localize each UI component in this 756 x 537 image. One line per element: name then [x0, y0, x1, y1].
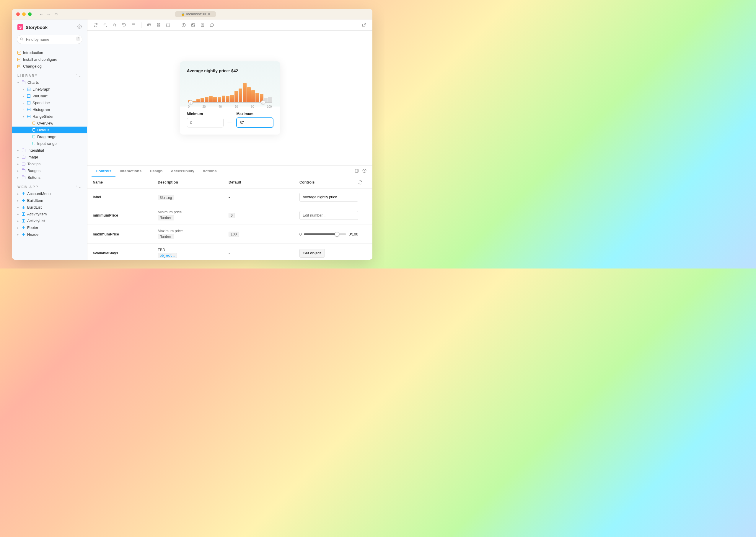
sidebar-item-label: Drag range [37, 135, 56, 139]
tab-accessibility[interactable]: Accessibility [166, 166, 199, 177]
sidebar-item-rangeslider[interactable]: ▾RangeSlider [12, 113, 87, 120]
sidebar-item-buildlist[interactable]: ▸BuildList [12, 204, 87, 211]
svg-rect-16 [159, 23, 160, 24]
svg-rect-15 [157, 23, 158, 24]
url-text: localhost:3010 [186, 12, 210, 16]
slider-handle-max[interactable]: || [261, 100, 265, 104]
control-row-availableStays: availableStays TBDobject⌄ - Set object [87, 244, 373, 260]
comment-icon[interactable] [208, 21, 216, 29]
control-slider[interactable] [304, 233, 346, 235]
panel-orientation-icon[interactable] [353, 167, 361, 176]
slider-min-label: 0 [299, 232, 301, 236]
section-header-webapp[interactable]: WEB APP⌃⌄ [12, 181, 87, 190]
search-input[interactable] [17, 35, 82, 44]
slider-track[interactable]: || || [188, 102, 272, 103]
sidebar-item-header[interactable]: ▸Header [12, 231, 87, 238]
tab-controls[interactable]: Controls [92, 166, 115, 177]
sidebar-item-builditem[interactable]: ▸BuildItem [12, 197, 87, 204]
sync-icon[interactable] [92, 21, 100, 29]
close-panel-icon[interactable] [361, 167, 368, 176]
folder-icon [22, 149, 25, 152]
image-icon[interactable] [189, 21, 197, 29]
addon-tabs: ControlsInteractionsDesignAccessibilityA… [87, 166, 373, 177]
component-icon [22, 219, 25, 223]
back-icon[interactable]: ← [39, 12, 43, 16]
sidebar-item-histogram[interactable]: ▸Histogram [12, 106, 87, 113]
sidebar-nav: IntroductionInstall and configureChangel… [12, 48, 87, 260]
sidebar-item-image[interactable]: ▸Image [12, 154, 87, 160]
sidebar-item-overview[interactable]: Overview [12, 120, 87, 127]
sidebar-item-input-range[interactable]: Input range [12, 140, 87, 147]
tab-design[interactable]: Design [146, 166, 166, 177]
doc-story-icon [32, 122, 35, 125]
tab-interactions[interactable]: Interactions [115, 166, 146, 177]
sidebar-doc-install-and-configure[interactable]: Install and configure [12, 56, 87, 63]
tick-label: 80 [251, 105, 254, 108]
sidebar-item-piechart[interactable]: ▸PieChart [12, 93, 87, 100]
sidebar-item-charts[interactable]: ▾Charts [12, 79, 87, 86]
measure-icon[interactable] [164, 21, 172, 29]
sidebar-item-accountmenu[interactable]: ▸AccountMenu [12, 190, 87, 197]
viewport-icon[interactable] [129, 21, 138, 29]
sidebar-header: S Storybook [12, 20, 87, 33]
app-title: Storybook [26, 25, 48, 30]
histogram-bar [218, 97, 221, 102]
chevron-down-icon: ▾ [18, 81, 20, 84]
sidebar-item-drag-range[interactable]: Drag range [12, 133, 87, 140]
folder-icon [22, 156, 25, 159]
sidebar-item-label: Interstitial [27, 148, 44, 152]
svg-rect-19 [166, 23, 170, 26]
outline-icon[interactable] [199, 21, 207, 29]
sidebar-item-linegraph[interactable]: ▸LineGraph [12, 86, 87, 93]
section-header-library[interactable]: LIBRARY⌃⌄ [12, 70, 87, 79]
close-window-icon[interactable] [16, 12, 20, 16]
max-input[interactable] [237, 118, 273, 127]
control-value [299, 211, 358, 220]
traffic-lights [16, 12, 32, 16]
slider-handle-min[interactable]: || [189, 100, 193, 104]
chevron-right-icon: ▸ [18, 199, 20, 202]
grid-icon[interactable] [155, 21, 163, 29]
histogram-bar [209, 96, 213, 102]
histogram-bar [197, 99, 200, 102]
min-input[interactable] [187, 118, 224, 127]
open-external-icon[interactable] [360, 21, 368, 29]
sidebar-item-label: Default [37, 128, 49, 132]
reset-all-icon[interactable] [358, 180, 367, 185]
sidebar-doc-introduction[interactable]: Introduction [12, 49, 87, 56]
story-icon [32, 142, 35, 145]
reload-icon[interactable]: ⟳ [55, 12, 58, 16]
forward-icon[interactable]: → [46, 12, 51, 16]
sidebar-item-activitylist[interactable]: ▸ActivityList [12, 218, 87, 224]
background-icon[interactable] [145, 21, 153, 29]
control-text-input[interactable] [299, 193, 358, 201]
storybook-logo-icon: S [18, 24, 23, 30]
sidebar-item-buttons[interactable]: ▸Buttons [12, 174, 87, 181]
histogram-bar [268, 97, 272, 102]
url-bar[interactable]: 🔒 localhost:3010 [175, 11, 216, 17]
sidebar-item-sparkline[interactable]: ▸SparkLine [12, 100, 87, 106]
sidebar-item-activityitem[interactable]: ▸ActivityItem [12, 211, 87, 218]
zoom-reset-icon[interactable] [120, 21, 128, 29]
sidebar-item-default[interactable]: Default [12, 127, 87, 133]
component-icon [22, 226, 25, 229]
gear-icon[interactable] [77, 24, 82, 30]
sidebar-item-tooltips[interactable]: ▸Tooltips [12, 160, 87, 167]
sidebar-item-footer[interactable]: ▸Footer [12, 224, 87, 231]
chevron-right-icon: ▸ [18, 226, 20, 229]
tab-actions[interactable]: Actions [199, 166, 221, 177]
sidebar-doc-changelog[interactable]: Changelog [12, 63, 87, 70]
zoom-out-icon[interactable] [111, 21, 119, 29]
sidebar-item-label: BuildList [27, 205, 42, 210]
control-number-input[interactable] [299, 211, 358, 220]
minimize-window-icon[interactable] [22, 12, 26, 16]
sidebar-item-badges[interactable]: ▸Badges [12, 167, 87, 174]
svg-line-4 [106, 26, 107, 26]
maximize-window-icon[interactable] [28, 12, 32, 16]
sidebar-item-label: Histogram [32, 107, 50, 112]
zoom-in-icon[interactable] [101, 21, 109, 29]
browser-nav: ← → ⟳ [39, 12, 58, 16]
sidebar-item-interstitial[interactable]: ▸Interstitial [12, 147, 87, 154]
set-object-button[interactable]: Set object [299, 249, 325, 258]
accessibility-icon[interactable] [180, 21, 188, 29]
